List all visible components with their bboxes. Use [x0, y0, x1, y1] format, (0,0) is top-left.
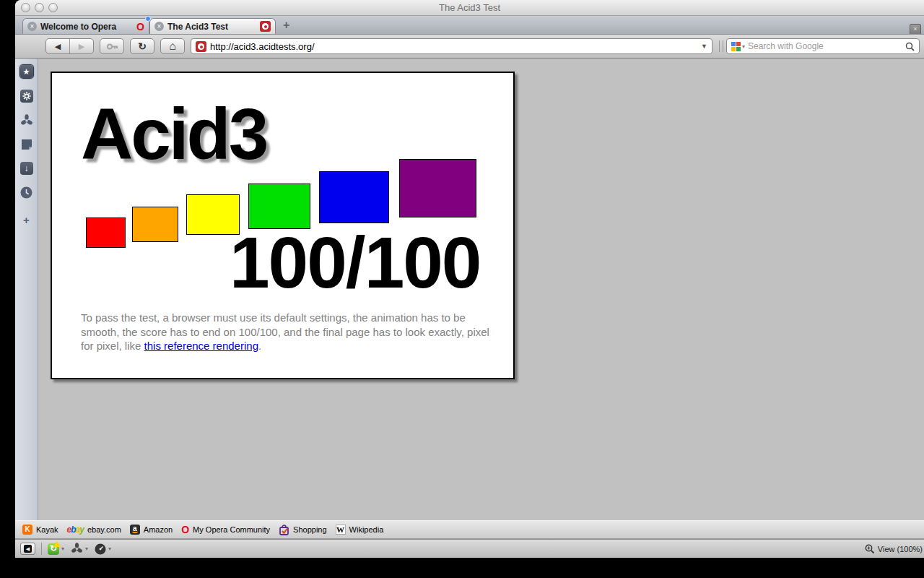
back-icon[interactable]: ◀: [46, 39, 69, 53]
zoom-level-label: View (100%): [878, 545, 923, 553]
closed-tabs-button[interactable]: ×: [910, 24, 921, 34]
gear-icon: [22, 91, 32, 101]
close-button[interactable]: [21, 3, 30, 12]
wand-password-button[interactable]: [100, 38, 124, 54]
bookmark-label: Shopping: [293, 525, 327, 534]
zoom-control[interactable]: View (100%): [865, 544, 923, 554]
test-square-purple: [399, 159, 476, 217]
unite-panel-button[interactable]: [20, 114, 33, 127]
bookmark-label: Kayak: [36, 525, 58, 534]
opera-link-sync-button[interactable]: ↻: [48, 543, 59, 555]
opera-turbo-button[interactable]: [95, 543, 106, 555]
acid3-heading: Acid3: [81, 98, 266, 170]
reference-rendering-link[interactable]: this reference rendering: [144, 340, 258, 352]
description-text: To pass the test, a browser must use its…: [81, 311, 489, 352]
notes-panel-button[interactable]: [21, 139, 32, 150]
test-description: To pass the test, a browser must use its…: [81, 311, 492, 353]
bookmark-ebay[interactable]: ebay ebay.com: [64, 525, 127, 535]
tab-close-icon[interactable]: ×: [27, 22, 37, 31]
page-viewport: Acid3 100/100 To pass the test, a browse…: [38, 59, 924, 520]
acid3-favicon: [260, 21, 271, 32]
address-input[interactable]: [210, 41, 701, 52]
clock-icon: [20, 186, 32, 199]
opera-logo-icon: O: [136, 22, 144, 32]
history-nav-group: ◀ ▶: [45, 38, 94, 54]
unite-fan-icon: [71, 543, 83, 555]
panel-toggle-button[interactable]: ◀: [20, 543, 35, 555]
toolbar-splitter[interactable]: [719, 40, 723, 52]
test-square-orange: [132, 207, 178, 242]
sync-warning-icon: [53, 541, 61, 547]
address-favicon: [196, 41, 206, 52]
tab-close-icon[interactable]: ×: [154, 22, 164, 31]
main-area: ★: [15, 59, 924, 520]
history-panel-button[interactable]: [20, 186, 32, 199]
status-bar: ◀ ↻ ▾ ▾ ▾: [15, 539, 924, 558]
note-icon: [21, 139, 32, 150]
tab-acid3-test[interactable]: × The Acid3 Test: [149, 18, 276, 34]
tab-bar: × Welcome to Opera O × The Acid3 Test + …: [15, 16, 924, 35]
test-square-blue: [319, 171, 389, 223]
browser-window: The Acid3 Test × Welcome to Opera O × Th…: [15, 0, 924, 558]
window-title: The Acid3 Test: [15, 0, 924, 15]
opera-logo-icon: O: [181, 525, 189, 535]
title-bar: The Acid3 Test: [15, 0, 924, 16]
wikipedia-icon: W: [336, 525, 346, 535]
acid3-test-box: Acid3 100/100 To pass the test, a browse…: [51, 72, 515, 379]
search-engine-dropdown-icon[interactable]: ▾: [742, 43, 745, 50]
address-field[interactable]: ▼: [191, 38, 712, 54]
status-separator: [41, 543, 42, 555]
description-period: .: [258, 340, 261, 352]
reload-button[interactable]: ↻: [130, 38, 154, 54]
search-icon: [905, 42, 915, 51]
download-icon: ↓: [25, 162, 29, 175]
tab-label: The Acid3 Test: [167, 22, 260, 32]
bookmark-label: Amazon: [144, 525, 173, 534]
amazon-icon: a: [130, 525, 140, 535]
ebay-icon: ebay: [67, 525, 84, 535]
key-icon: [106, 43, 118, 51]
tab-welcome-to-opera[interactable]: × Welcome to Opera O: [22, 18, 149, 34]
zoom-button[interactable]: [48, 3, 58, 12]
search-input[interactable]: [748, 41, 905, 51]
panel-toggle-icon: ◀: [24, 545, 32, 553]
bookmark-label: ebay.com: [87, 525, 121, 534]
search-field[interactable]: ▾: [726, 38, 920, 54]
kayak-icon: K: [22, 525, 32, 535]
new-tab-button[interactable]: +: [283, 20, 289, 31]
shopping-icon: [279, 525, 289, 535]
turbo-gauge-icon: [95, 543, 106, 555]
unite-dropdown-icon[interactable]: ▾: [85, 545, 88, 552]
google-icon: [731, 42, 741, 51]
turbo-dropdown-icon[interactable]: ▾: [108, 545, 111, 552]
transfers-panel-button[interactable]: ↓: [20, 162, 33, 175]
bookmark-label: My Opera Community: [193, 525, 270, 534]
bookmark-kayak[interactable]: K Kayak: [19, 525, 64, 535]
star-icon: ★: [23, 65, 30, 78]
home-button[interactable]: ⌂: [160, 38, 185, 54]
widgets-panel-button[interactable]: [20, 90, 33, 103]
tab-notification-dot: [145, 16, 151, 22]
unite-fan-icon: [20, 114, 33, 127]
bookmarks-panel-button[interactable]: ★: [20, 65, 33, 78]
opera-unite-button[interactable]: [71, 543, 83, 555]
panel-selector-bar: ★: [15, 59, 38, 520]
acid3-score: 100/100: [230, 226, 480, 298]
bookmark-label: Wikipedia: [349, 525, 384, 534]
tab-label: Welcome to Opera: [40, 22, 136, 32]
traffic-lights: [21, 3, 58, 12]
bookmarks-bar: K Kayak ebay ebay.com a Amazon O My Oper…: [15, 520, 924, 539]
reload-icon: ↻: [138, 40, 147, 52]
minimize-button[interactable]: [35, 3, 44, 12]
navigation-toolbar: ◀ ▶ ↻ ⌂ ▼ ▾: [15, 35, 924, 59]
test-square-red: [86, 217, 126, 248]
bookmark-shopping[interactable]: Shopping: [276, 525, 333, 535]
add-panel-button[interactable]: +: [23, 214, 30, 226]
sync-dropdown-icon[interactable]: ▾: [61, 545, 64, 552]
forward-icon[interactable]: ▶: [70, 39, 93, 53]
bookmark-amazon[interactable]: a Amazon: [127, 525, 178, 535]
address-dropdown-icon[interactable]: ▼: [701, 43, 707, 50]
bookmark-wikipedia[interactable]: W Wikipedia: [333, 525, 390, 535]
zoom-in-icon: [865, 544, 875, 554]
bookmark-my-opera-community[interactable]: O My Opera Community: [178, 525, 276, 535]
